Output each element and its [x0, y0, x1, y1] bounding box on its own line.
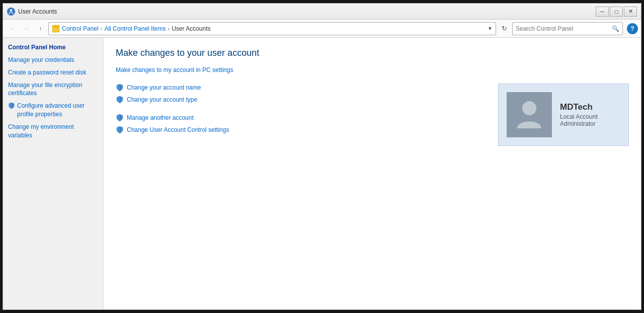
sidebar: Control Panel Home Manage your credentia…	[3, 38, 104, 309]
action-group-1: Change your account name Change your acc…	[116, 84, 478, 104]
back-button[interactable]: ←	[6, 23, 18, 35]
change-name-link: Change your account name	[127, 84, 201, 91]
breadcrumb-all-items[interactable]: All Control Panel Items	[104, 25, 166, 32]
action-group-2: Manage another account Change User Accou…	[116, 114, 478, 134]
up-button[interactable]: ↑	[34, 23, 46, 35]
breadcrumb-current: User Accounts	[172, 25, 210, 32]
avatar-image	[507, 92, 552, 137]
svg-point-3	[522, 101, 536, 115]
window-controls: ─ □ ✕	[596, 7, 637, 17]
change-type-link: Change your account type	[127, 96, 197, 103]
action-manage-another[interactable]: Manage another account	[116, 114, 478, 122]
shield-icon-uac	[116, 126, 124, 134]
search-box: 🔍	[512, 22, 623, 35]
actions-section: Change your account name Change your acc…	[116, 84, 478, 144]
refresh-button[interactable]: ↻	[498, 23, 510, 35]
uac-settings-link: Change User Account Control settings	[127, 126, 229, 133]
close-button[interactable]: ✕	[624, 7, 637, 17]
main-window: User Accounts ─ □ ✕ ← → ↑ Control Panel …	[3, 3, 641, 310]
sidebar-item-credentials[interactable]: Manage your credentials	[8, 56, 98, 64]
shield-icon-profile	[8, 102, 15, 109]
svg-point-0	[10, 9, 12, 11]
help-button[interactable]: ?	[627, 23, 638, 34]
avatar-info: MDTech Local Account Administrator	[560, 102, 598, 127]
manage-another-link: Manage another account	[127, 114, 194, 121]
sidebar-title: Control Panel Home	[8, 44, 98, 51]
maximize-button[interactable]: □	[610, 7, 623, 17]
location-icon	[52, 25, 60, 33]
breadcrumb-dropdown[interactable]: ▼	[488, 26, 493, 31]
actions-avatar-container: Change your account name Change your acc…	[116, 84, 629, 146]
content-area: Make changes to your user account Make c…	[104, 38, 641, 309]
user-role-2: Administrator	[560, 120, 598, 127]
pc-settings-link[interactable]: Make changes to my account in PC setting…	[116, 66, 629, 73]
window-title: User Accounts	[18, 8, 596, 15]
avatar-card: MDTech Local Account Administrator	[498, 84, 629, 146]
action-change-name[interactable]: Change your account name	[116, 84, 478, 92]
search-icon[interactable]: 🔍	[612, 25, 619, 32]
shield-icon-type	[116, 96, 124, 104]
user-avatar-svg	[514, 97, 544, 132]
page-title: Make changes to your user account	[116, 48, 629, 58]
breadcrumb-bar: Control Panel › All Control Panel Items …	[48, 22, 496, 35]
user-name: MDTech	[560, 102, 598, 112]
action-uac-settings[interactable]: Change User Account Control settings	[116, 126, 478, 134]
shield-icon-another	[116, 114, 124, 122]
breadcrumb-control-panel[interactable]: Control Panel	[62, 25, 99, 32]
forward-button[interactable]: →	[20, 23, 32, 35]
shield-icon-name	[116, 84, 124, 92]
action-change-type[interactable]: Change your account type	[116, 96, 478, 104]
user-role-1: Local Account	[560, 113, 598, 120]
svg-rect-2	[53, 28, 58, 32]
sidebar-item-password-disk[interactable]: Create a password reset disk	[8, 68, 98, 77]
title-bar: User Accounts ─ □ ✕	[3, 4, 641, 20]
search-input[interactable]	[516, 25, 612, 32]
window-icon	[7, 8, 15, 16]
main-area: Control Panel Home Manage your credentia…	[3, 38, 641, 309]
sidebar-item-advanced-profile[interactable]: Configure advanced user profile properti…	[8, 102, 98, 119]
sidebar-item-environment[interactable]: Change my environment variables	[8, 123, 98, 140]
address-bar: ← → ↑ Control Panel › All Control Panel …	[3, 20, 641, 38]
minimize-button[interactable]: ─	[596, 7, 609, 17]
sidebar-item-file-encryption[interactable]: Manage your file encryption certificates	[8, 81, 98, 98]
